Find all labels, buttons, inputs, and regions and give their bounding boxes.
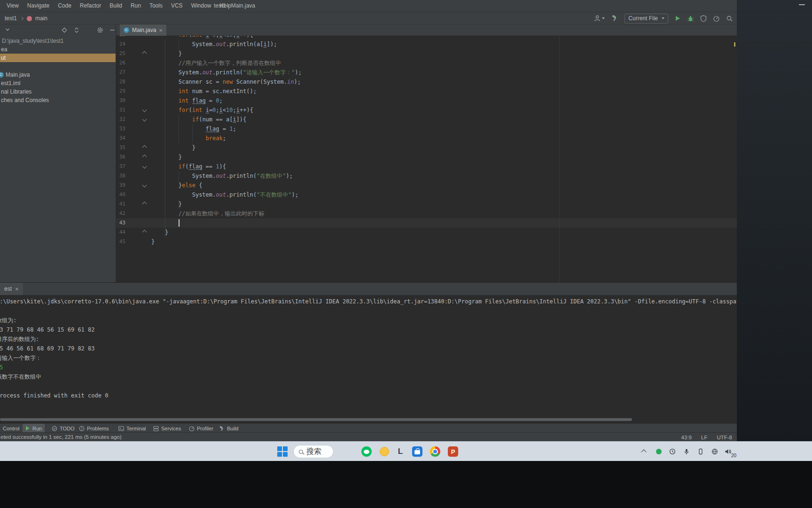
line-number[interactable]: 30 — [116, 96, 125, 105]
mic-icon[interactable] — [683, 448, 690, 455]
line-separator-widget[interactable]: LF — [701, 435, 707, 440]
close-icon[interactable] — [15, 286, 19, 292]
code-line-28[interactable]: 28 Scanner sc = new Scanner(System.in); — [116, 77, 737, 87]
code-line-38[interactable]: 38 System.out.println("在数组中"); — [116, 171, 737, 181]
menu-item-code[interactable]: Code — [54, 0, 76, 12]
code-editor[interactable]: 23 for(int i=0;i<10;i++){24 System.out.p… — [116, 36, 737, 282]
breadcrumb-target[interactable]: main — [35, 15, 47, 22]
lemon-icon[interactable] — [379, 446, 390, 457]
line-number[interactable]: 45 — [116, 237, 125, 246]
line-number[interactable]: 28 — [116, 77, 125, 87]
code-line-37[interactable]: 37 if(flag == 1){ — [116, 162, 737, 171]
project-tree-item[interactable]: ut — [0, 54, 116, 62]
toolwindow-button-problems[interactable]: Problems — [76, 424, 111, 433]
code-line-31[interactable]: 31 for(int i=0;i<10;i++){ — [116, 105, 737, 115]
powerpoint-icon[interactable] — [447, 446, 459, 457]
code-line-41[interactable]: 41 } — [116, 199, 737, 209]
line-number[interactable]: 38 — [116, 171, 125, 181]
code-line-25[interactable]: 25 } — [116, 49, 737, 58]
project-tree-item[interactable]: D:\java_study\test1\test1 — [0, 37, 116, 45]
menu-item-navigate[interactable]: Navigate — [23, 0, 54, 12]
profiler-button[interactable] — [713, 15, 720, 22]
line-number[interactable]: 27 — [116, 68, 125, 77]
project-tree-item[interactable]: ea — [0, 45, 116, 54]
coverage-button[interactable] — [700, 15, 707, 22]
project-tree-item[interactable]: Main.java — [0, 71, 116, 79]
toolwindow-button-profiler[interactable]: Profiler — [186, 424, 216, 433]
tray-chevron-icon[interactable] — [641, 449, 646, 454]
debug-button[interactable] — [687, 15, 694, 22]
phone-icon[interactable] — [697, 448, 704, 455]
code-line-36[interactable]: 36 } — [116, 152, 737, 162]
toolwindow-button-run[interactable]: Run — [23, 424, 45, 433]
menu-item-build[interactable]: Build — [105, 0, 126, 12]
line-number[interactable]: 37 — [116, 162, 125, 171]
console-horizontal-scrollbar[interactable] — [0, 418, 632, 421]
project-tree-item[interactable]: ches and Consoles — [0, 96, 116, 104]
start-button[interactable] — [277, 446, 288, 457]
run-console[interactable]: C:\Users\kite\.jdks\corretto-17.0.6\bin\… — [0, 295, 737, 423]
taskbar-clock[interactable]: 20 — [731, 453, 736, 458]
line-number[interactable]: 25 — [116, 49, 125, 58]
project-tree-item[interactable]: est1.iml — [0, 79, 116, 87]
line-number[interactable]: 36 — [116, 152, 125, 162]
menu-item-window[interactable]: Window — [187, 0, 216, 12]
code-line-32[interactable]: 32 if(num == a[i]){ — [116, 115, 737, 124]
run-configuration-select[interactable]: Current File — [625, 14, 668, 24]
menu-item-run[interactable]: Run — [126, 0, 145, 12]
network-icon[interactable] — [711, 448, 718, 455]
menu-item-refactor[interactable]: Refactor — [76, 0, 105, 12]
line-number[interactable]: 29 — [116, 87, 125, 96]
line-number[interactable]: 34 — [116, 134, 125, 143]
line-number[interactable]: 35 — [116, 143, 125, 152]
taskbar-search[interactable]: 搜索 — [293, 445, 334, 458]
code-line-23[interactable]: 23 for(int i=0;i<10;i++){ — [116, 36, 737, 40]
code-line-44[interactable]: 44 } — [116, 228, 737, 237]
menu-item-vcs[interactable]: VCS — [167, 0, 187, 12]
l-app-icon[interactable] — [395, 446, 406, 457]
line-number[interactable]: 42 — [116, 209, 125, 218]
close-icon[interactable] — [159, 27, 163, 33]
encoding-widget[interactable]: UTF-8 — [717, 435, 732, 440]
line-number[interactable]: 40 — [116, 190, 125, 199]
code-line-40[interactable]: 40 System.out.println("不在数组中"); — [116, 190, 737, 199]
code-line-34[interactable]: 34 break; — [116, 134, 737, 143]
caret-position-widget[interactable]: 43:9 — [681, 435, 692, 440]
menu-item-tools[interactable]: Tools — [145, 0, 167, 12]
line-number[interactable]: 43 — [116, 218, 125, 228]
breadcrumb-project[interactable]: test1 — [5, 15, 17, 22]
volume-icon[interactable] — [725, 448, 732, 455]
chrome-icon[interactable] — [429, 446, 441, 457]
code-line-24[interactable]: 24 System.out.println(a[i]); — [116, 40, 737, 49]
code-line-39[interactable]: 39 }else { — [116, 181, 737, 190]
code-line-42[interactable]: 42 //如果在数组中，输出此时的下标 — [116, 209, 737, 218]
run-button[interactable] — [674, 15, 681, 22]
line-number[interactable]: 44 — [116, 228, 125, 237]
line-number[interactable]: 33 — [116, 124, 125, 134]
toolwindow-button-terminal[interactable]: Terminal — [116, 424, 149, 433]
wechat-icon[interactable] — [361, 446, 372, 457]
line-number[interactable]: 39 — [116, 181, 125, 190]
hammer-icon[interactable] — [611, 15, 618, 22]
toolwindow-button-control[interactable]: Control — [0, 424, 22, 433]
store-icon[interactable] — [412, 446, 423, 457]
line-number[interactable]: 24 — [116, 40, 125, 49]
code-line-30[interactable]: 30 int flag = 0; — [116, 96, 737, 105]
clock-icon[interactable] — [669, 448, 676, 455]
leaf-icon[interactable] — [656, 449, 662, 454]
search-icon[interactable] — [726, 15, 733, 22]
toolwindow-button-todo[interactable]: TODO — [49, 424, 78, 433]
code-line-33[interactable]: 33 flag = 1; — [116, 124, 737, 134]
toolwindow-button-build[interactable]: Build — [216, 424, 241, 433]
line-number[interactable]: 32 — [116, 115, 125, 124]
code-line-35[interactable]: 35 } — [116, 143, 737, 152]
code-line-26[interactable]: 26 //用户输入一个数字，判断是否在数组中 — [116, 58, 737, 68]
line-number[interactable]: 41 — [116, 199, 125, 209]
toolwindow-button-services[interactable]: Services — [150, 424, 184, 433]
user-icon[interactable] — [593, 15, 605, 22]
line-number[interactable]: 23 — [116, 36, 125, 40]
code-line-27[interactable]: 27 System.out.println("请输入一个数字："); — [116, 68, 737, 77]
line-number[interactable]: 26 — [116, 58, 125, 68]
code-line-29[interactable]: 29 int num = sc.nextInt(); — [116, 87, 737, 96]
menu-item-view[interactable]: View — [2, 0, 23, 12]
